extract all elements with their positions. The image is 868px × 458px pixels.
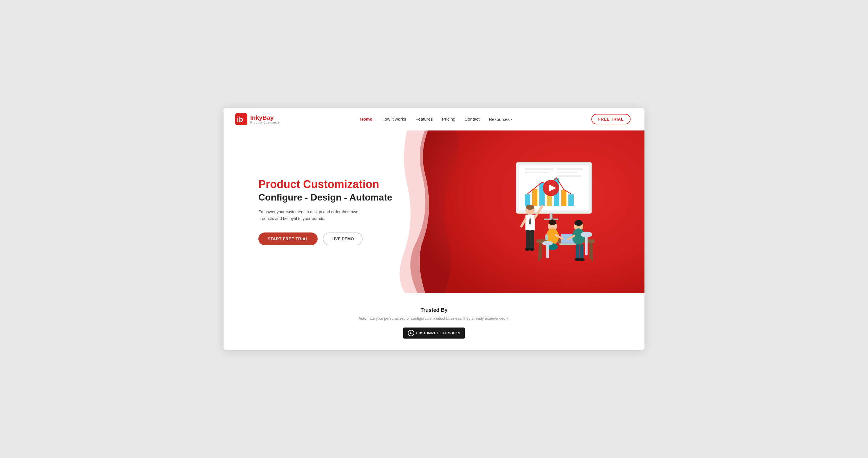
nav-link-features[interactable]: Features [415, 117, 433, 121]
trusted-logos: ▶ CUSTOMIZE ELITE SOCKS [235, 327, 633, 339]
trusted-logo-name: CUSTOMIZE ELITE SOCKS [416, 331, 460, 335]
svg-text:ib: ib [237, 115, 243, 123]
logo-text: InkyBay Product Customizer [250, 114, 281, 124]
play-icon: ▶ [408, 330, 414, 336]
svg-rect-47 [576, 245, 579, 259]
hero-subheading: Configure - Design - Automate [258, 192, 434, 203]
hero-illustration [478, 156, 600, 267]
svg-rect-53 [545, 234, 548, 240]
svg-line-29 [521, 219, 525, 226]
svg-rect-5 [532, 189, 537, 206]
svg-point-46 [581, 232, 592, 237]
hero-heading: Product Customization [258, 178, 434, 191]
svg-rect-9 [561, 190, 566, 206]
hero-description: Empower your customers to design and ord… [258, 209, 363, 222]
nav-item-home[interactable]: Home [360, 117, 372, 122]
svg-point-42 [575, 220, 583, 226]
logo: ib InkyBay Product Customizer [235, 113, 281, 125]
nav-item-how[interactable]: How it works [381, 117, 406, 122]
page-wrapper: ib InkyBay Product Customizer Home How i… [223, 108, 645, 350]
hero-left: Product Customization Configure - Design… [223, 131, 434, 293]
svg-rect-25 [530, 230, 534, 249]
trusted-section: Trusted By Automate your personalized or… [223, 293, 645, 350]
svg-rect-15 [557, 175, 582, 177]
hero-section: Product Customization Configure - Design… [223, 131, 645, 293]
svg-line-54 [539, 243, 539, 261]
svg-rect-14 [557, 172, 577, 173]
svg-rect-18 [550, 213, 553, 219]
logo-name-bay: Bay [262, 114, 274, 121]
navbar: ib InkyBay Product Customizer Home How i… [223, 108, 645, 131]
trusted-logo-item: ▶ CUSTOMIZE ELITE SOCKS [403, 327, 465, 339]
svg-rect-45 [585, 235, 588, 255]
svg-rect-48 [580, 245, 584, 259]
svg-rect-4 [525, 194, 530, 206]
logo-icon: ib [235, 113, 247, 125]
logo-subtitle: Product Customizer [250, 121, 281, 124]
svg-rect-24 [526, 230, 530, 249]
svg-rect-11 [525, 168, 554, 170]
chevron-down-icon: ▾ [510, 118, 512, 121]
nav-link-resources[interactable]: Resources ▾ [489, 117, 512, 122]
svg-point-52 [542, 241, 553, 246]
free-trial-button[interactable]: FREE TRIAL [591, 114, 630, 124]
svg-rect-51 [546, 244, 549, 258]
logo-name-inky: Inky [250, 114, 262, 121]
hero-buttons: START FREE TRIAL LIVE DEMO [258, 232, 434, 245]
nav-item-features[interactable]: Features [415, 117, 433, 122]
nav-link-pricing[interactable]: Pricing [442, 117, 456, 121]
live-demo-button[interactable]: LIVE DEMO [323, 232, 363, 245]
hero-right [434, 131, 645, 293]
svg-rect-12 [525, 172, 548, 173]
start-free-trial-button[interactable]: START FREE TRIAL [258, 232, 318, 245]
svg-line-55 [592, 243, 592, 261]
nav-links: Home How it works Features Pricing Conta… [360, 117, 512, 122]
svg-rect-13 [557, 168, 583, 170]
nav-item-pricing[interactable]: Pricing [442, 117, 456, 122]
nav-link-contact[interactable]: Contact [464, 117, 479, 121]
nav-item-contact[interactable]: Contact [464, 117, 479, 122]
trusted-title: Trusted By [235, 307, 633, 313]
trusted-description: Automate your personalized or configurab… [235, 316, 633, 320]
svg-point-21 [526, 205, 534, 210]
nav-link-how[interactable]: How it works [381, 117, 406, 121]
svg-point-27 [529, 248, 534, 251]
svg-point-35 [552, 220, 556, 223]
nav-item-resources[interactable]: Resources ▾ [489, 117, 512, 122]
nav-link-home[interactable]: Home [360, 117, 372, 121]
svg-point-50 [579, 258, 585, 261]
svg-rect-10 [568, 194, 574, 206]
